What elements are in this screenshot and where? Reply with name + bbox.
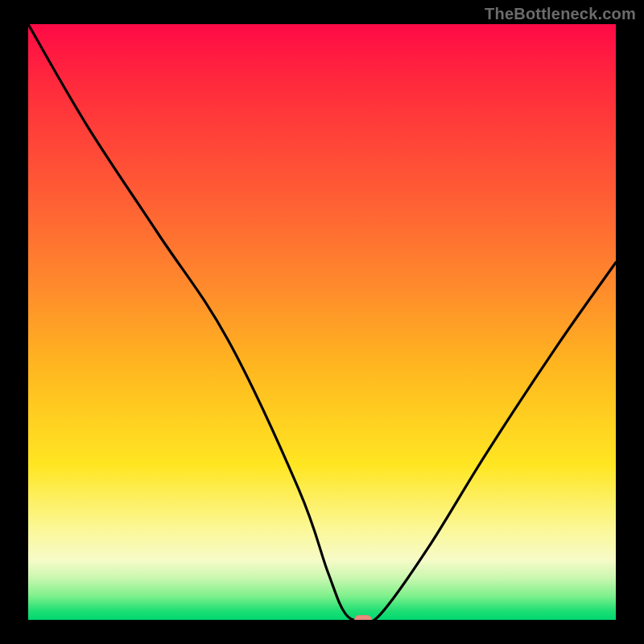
chart-container: TheBottleneck.com bbox=[0, 0, 644, 644]
curve-path bbox=[28, 24, 616, 620]
bottleneck-curve bbox=[28, 24, 616, 620]
watermark-text: TheBottleneck.com bbox=[485, 5, 636, 23]
plot-area bbox=[28, 24, 616, 620]
minimum-marker bbox=[354, 615, 372, 620]
